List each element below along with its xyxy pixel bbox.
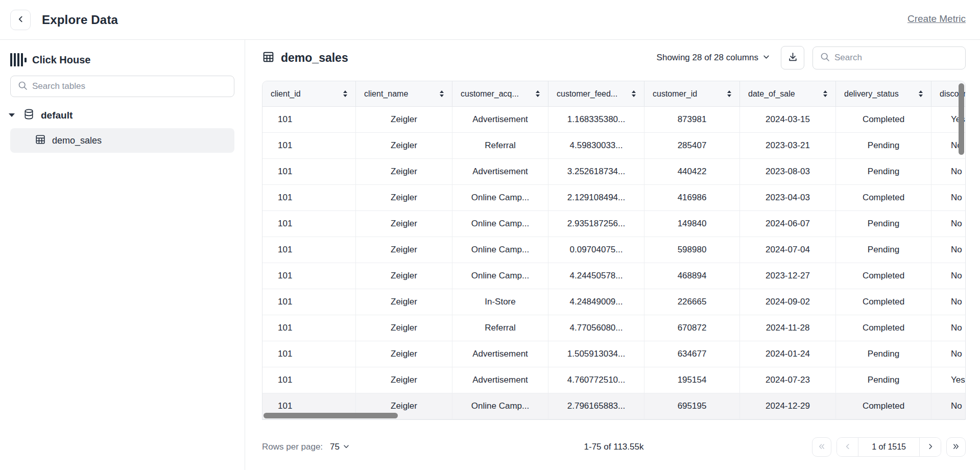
table-row[interactable]: 101ZeiglerAdvertisement1.505913034...634… (262, 341, 966, 367)
table-row[interactable]: 101ZeiglerAdvertisement1.168335380...873… (262, 107, 966, 133)
cell-delivery_status: Pending (836, 159, 931, 184)
column-header-client_name[interactable]: client_name (356, 81, 452, 106)
column-header-label: date_of_sale (748, 89, 795, 99)
column-header-label: client_name (364, 89, 408, 99)
cell-client_id: 101 (262, 107, 356, 132)
table-row[interactable]: 101ZeiglerOnline Camp...2.129108494...41… (262, 185, 966, 211)
cell-customer_id: 598980 (644, 237, 740, 263)
table-row[interactable]: 101ZeiglerReferral4.77056080...670872202… (262, 315, 966, 341)
table-row[interactable]: 101ZeiglerAdvertisement4.760772510...195… (262, 367, 966, 393)
table-row[interactable]: 101ZeiglerAdvertisement3.252618734...440… (262, 159, 966, 185)
cell-delivery_status: Completed (836, 315, 931, 341)
cell-customer_feed: 4.760772510... (548, 367, 644, 393)
cell-customer_acq: Advertisement (452, 341, 548, 367)
cell-delivery_status: Pending (836, 237, 931, 263)
last-page-button[interactable] (946, 437, 966, 457)
table-row[interactable]: 101ZeiglerReferral4.59830033...285407202… (262, 133, 966, 159)
table-row[interactable]: 101ZeiglerIn-Store4.24849009...226665202… (262, 289, 966, 315)
cell-customer_feed: 1.505913034... (548, 341, 644, 367)
back-button[interactable] (10, 10, 31, 30)
cell-discount: No (931, 315, 966, 341)
cell-delivery_status: Completed (836, 263, 931, 289)
table-row[interactable]: 101ZeiglerOnline Camp...0.09704075...598… (262, 237, 966, 263)
table-row[interactable]: 101ZeiglerOnline Camp...2.935187256...14… (262, 211, 966, 237)
first-page-button[interactable] (812, 437, 831, 457)
column-header-customer_id[interactable]: customer_id (644, 81, 740, 106)
cell-discount: No (931, 237, 966, 263)
page-navigator: 1 of 1515 (836, 437, 941, 457)
sidebar-item-demo-sales[interactable]: demo_sales (10, 128, 234, 153)
cell-customer_acq: In-Store (452, 289, 548, 315)
previous-page-button[interactable] (837, 438, 858, 456)
cell-customer_acq: Online Camp... (452, 237, 548, 263)
cell-client_name: Zeigler (356, 315, 452, 341)
cell-client_id: 101 (262, 159, 356, 184)
sort-icon (440, 90, 444, 97)
cell-date_of_sale: 2023-08-03 (740, 159, 836, 184)
column-header-customer_feed[interactable]: customer_feed... (548, 81, 644, 106)
cell-customer_id: 634677 (644, 341, 740, 367)
cell-client_name: Zeigler (356, 159, 452, 184)
column-header-delivery_status[interactable]: delivery_status (836, 81, 931, 106)
pagination: 1 of 1515 (812, 437, 966, 457)
column-header-label: client_id (271, 89, 301, 99)
sidebar-table-name: demo_sales (52, 135, 102, 146)
table-search-input[interactable] (32, 81, 227, 91)
cell-customer_feed: 0.09704075... (548, 237, 644, 263)
rows-per-page-value: 75 (330, 442, 340, 452)
cell-delivery_status: Pending (836, 367, 931, 393)
sort-icon (632, 90, 636, 97)
cell-discount: No (931, 289, 966, 315)
cell-delivery_status: Completed (836, 289, 931, 315)
database-row-default[interactable]: default (9, 108, 245, 122)
vertical-scrollbar[interactable] (959, 83, 964, 155)
chevron-down-icon (763, 53, 770, 63)
column-header-client_id[interactable]: client_id (262, 81, 356, 106)
sort-icon (536, 90, 540, 97)
chevron-left-icon (17, 15, 25, 25)
database-name: default (41, 110, 73, 121)
cell-customer_id: 440422 (644, 159, 740, 184)
chevrons-right-icon (952, 443, 960, 452)
next-page-button[interactable] (919, 438, 941, 456)
cell-client_id: 101 (262, 185, 356, 210)
cell-customer_id: 226665 (644, 289, 740, 315)
cell-customer_acq: Advertisement (452, 159, 548, 184)
column-header-label: delivery_status (844, 89, 899, 99)
cell-client_name: Zeigler (356, 341, 452, 367)
cell-date_of_sale: 2024-09-02 (740, 289, 836, 315)
data-search-input[interactable] (834, 53, 958, 63)
cell-client_name: Zeigler (356, 133, 452, 158)
horizontal-scrollbar[interactable] (264, 413, 398, 418)
cell-client_name: Zeigler (356, 185, 452, 210)
table-title: demo_sales (281, 51, 348, 65)
caret-down-icon (9, 113, 15, 117)
cell-delivery_status: Completed (836, 393, 931, 419)
table-search-box (10, 76, 234, 97)
download-icon (787, 52, 798, 64)
cell-discount: No (931, 211, 966, 237)
cell-customer_acq: Referral (452, 133, 548, 158)
cell-client_id: 101 (262, 263, 356, 289)
create-metric-link[interactable]: Create Metric (907, 13, 966, 25)
cell-client_id: 101 (262, 315, 356, 341)
cell-date_of_sale: 2024-12-29 (740, 393, 836, 419)
download-button[interactable] (781, 46, 804, 69)
cell-customer_feed: 4.59830033... (548, 133, 644, 158)
top-header: Explore Data Create Metric (0, 0, 980, 40)
database-icon (15, 108, 35, 122)
rows-per-page-select[interactable]: 75 (330, 442, 349, 452)
column-header-customer_acq[interactable]: customer_acq... (452, 81, 548, 106)
table-row[interactable]: 101ZeiglerOnline Camp...4.24450578...468… (262, 263, 966, 289)
sort-icon (727, 90, 731, 97)
cell-customer_feed: 2.935187256... (548, 211, 644, 237)
cell-date_of_sale: 2024-06-07 (740, 211, 836, 237)
columns-visibility-dropdown[interactable]: Showing 28 of 28 columns (657, 53, 770, 63)
sort-icon (919, 90, 923, 97)
clickhouse-logo-icon (10, 53, 27, 66)
cell-customer_acq: Referral (452, 315, 548, 341)
column-header-date_of_sale[interactable]: date_of_sale (740, 81, 836, 106)
cell-customer_acq: Online Camp... (452, 211, 548, 237)
cell-customer_feed: 4.77056080... (548, 315, 644, 341)
cell-date_of_sale: 2024-03-15 (740, 107, 836, 132)
